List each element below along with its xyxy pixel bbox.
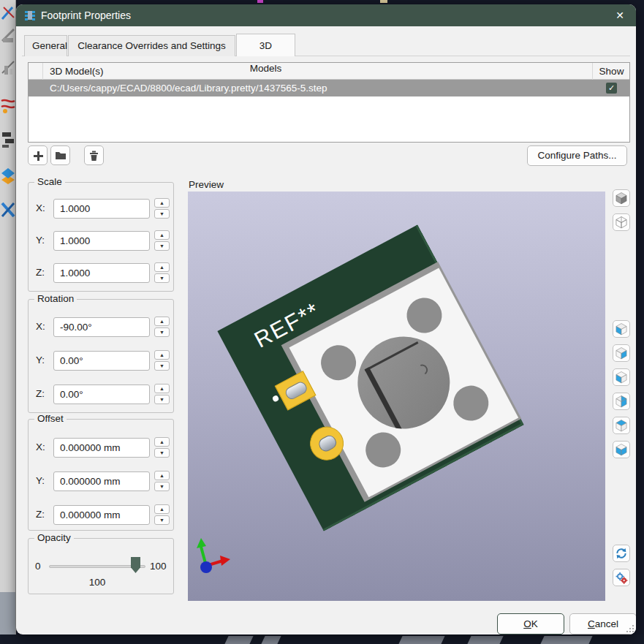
scale-z-label: Z: — [36, 267, 52, 278]
close-icon[interactable]: ✕ — [610, 7, 629, 24]
chevron-down-icon: ▼ — [155, 449, 169, 457]
browse-model-button[interactable] — [50, 145, 70, 165]
rotation-z-label: Z: — [36, 388, 52, 399]
opacity-slider-thumb[interactable] — [131, 557, 140, 573]
chevron-up-icon: ▲ — [155, 471, 169, 480]
view-left-button[interactable] — [613, 320, 630, 338]
rotation-group: Rotation X: ▲ ▼ Y: ▲ ▼ Z: ▲ ▼ — [28, 299, 174, 413]
scale-z-spin-down[interactable]: ▼ — [154, 273, 170, 283]
axis-orientation-gizmo — [195, 537, 236, 580]
chevron-up-icon: ▲ — [155, 317, 169, 325]
rotation-y-input[interactable] — [53, 351, 150, 371]
refresh-icon — [615, 547, 628, 560]
wire-tool-icon[interactable] — [1, 3, 16, 23]
view-right-icon — [614, 346, 629, 360]
tab-general[interactable]: General — [24, 35, 67, 56]
rotation-y-spin-up[interactable]: ▲ — [154, 350, 170, 360]
scale-z-input[interactable] — [53, 263, 150, 283]
rotation-y-spin-down[interactable]: ▼ — [154, 361, 170, 371]
ok-button[interactable]: OK — [497, 613, 564, 634]
view-front-button[interactable] — [613, 368, 630, 386]
tab-clearance-overrides[interactable]: Clearance Overrides and Settings — [68, 35, 235, 56]
delete-model-button[interactable] — [84, 145, 104, 165]
view-top-icon — [614, 418, 629, 433]
show-checkbox[interactable]: ✓ — [606, 83, 617, 94]
offset-y-spin-down[interactable]: ▼ — [154, 482, 170, 491]
offset-z-spin-up[interactable]: ▲ — [154, 504, 170, 514]
offset-x-spin-down[interactable]: ▼ — [154, 448, 170, 458]
offset-y-spin-up[interactable]: ▲ — [154, 471, 170, 480]
scale-x-spin-up[interactable]: ▲ — [154, 198, 170, 208]
offset-group: Offset X: ▲ ▼ Y: ▲ ▼ Z: ▲ ▼ — [28, 419, 174, 531]
routing-tool-icon[interactable] — [1, 96, 16, 117]
rotation-z-spin-down[interactable]: ▼ — [154, 395, 170, 404]
tools-icon[interactable] — [1, 200, 16, 221]
preview-3d-viewport[interactable]: REF** — [188, 192, 605, 601]
view-back-button[interactable] — [613, 393, 630, 410]
model-row[interactable]: C:/Users/cappy/ECAD/8800/ecad/Library.pr… — [29, 80, 629, 96]
chevron-down-icon: ▼ — [155, 328, 169, 336]
chevron-down-icon: ▼ — [155, 210, 169, 218]
background-left-toolbar — [0, 0, 16, 634]
titlebar[interactable]: Footprint Properties ✕ — [16, 4, 636, 26]
view-front-icon — [614, 370, 629, 384]
opacity-group: Opacity 0 100 100 — [28, 538, 174, 594]
footprint-properties-dialog: Footprint Properties ✕ General Clearance… — [16, 4, 636, 634]
layers-tool-icon[interactable] — [1, 165, 16, 186]
chevron-down-icon: ▼ — [155, 516, 169, 524]
offset-x-label: X: — [36, 442, 52, 452]
pcb-board: REF** — [217, 224, 523, 531]
scale-x-spin-down[interactable]: ▼ — [154, 209, 170, 219]
view-top-button[interactable] — [613, 417, 630, 434]
connector-tool-icon[interactable] — [1, 130, 16, 151]
scale-z-spin-up[interactable]: ▲ — [154, 262, 170, 272]
view-back-icon — [614, 394, 629, 409]
offset-y-input[interactable] — [53, 471, 150, 491]
toolbar-shaded-area — [0, 592, 16, 634]
background-canvas-strip — [0, 634, 644, 644]
offset-x-spin-up[interactable]: ▲ — [154, 437, 170, 447]
wireframe-cube-icon — [614, 215, 629, 230]
rotation-z-spin-up[interactable]: ▲ — [154, 384, 170, 393]
scale-legend: Scale — [34, 176, 65, 187]
rotation-z-input[interactable] — [53, 384, 150, 404]
scale-y-label: Y: — [36, 235, 52, 246]
view-right-button[interactable] — [613, 344, 630, 362]
rotation-x-spin-down[interactable]: ▼ — [154, 327, 170, 337]
background-pixel-artifact — [257, 0, 263, 3]
opacity-value: 100 — [75, 577, 119, 588]
scale-group: Scale X: ▲ ▼ Y: ▲ ▼ Z: ▲ ▼ — [28, 182, 174, 292]
rotation-legend: Rotation — [34, 293, 77, 304]
scale-x-input[interactable] — [53, 199, 150, 219]
bench-tool-icon[interactable] — [1, 60, 16, 80]
background-pixel-artifact — [380, 0, 387, 3]
view-left-icon — [614, 322, 629, 336]
chevron-up-icon: ▲ — [155, 384, 169, 393]
preview-settings-button[interactable] — [613, 569, 630, 586]
trash-icon — [89, 151, 99, 161]
add-model-button[interactable] — [28, 145, 48, 165]
offset-z-input[interactable] — [53, 505, 150, 525]
reload-model-button[interactable] — [613, 545, 630, 562]
plus-icon — [33, 151, 43, 161]
switch-metal-cover — [281, 262, 522, 502]
rotation-x-input[interactable] — [53, 317, 150, 337]
configure-paths-button[interactable]: Configure Paths... — [527, 145, 627, 166]
tab-3d-models[interactable]: 3D Models — [236, 34, 295, 56]
chevron-up-icon: ▲ — [155, 199, 169, 207]
solid-cube-button[interactable] — [613, 189, 630, 207]
view-bottom-button[interactable] — [613, 441, 630, 458]
opacity-max-label: 100 — [150, 561, 167, 572]
scale-y-input[interactable] — [53, 231, 150, 251]
rotation-x-spin-up[interactable]: ▲ — [154, 317, 170, 326]
scale-y-spin-up[interactable]: ▲ — [154, 230, 170, 240]
opacity-min-label: 0 — [35, 561, 41, 572]
offset-z-spin-down[interactable]: ▼ — [154, 515, 170, 525]
chevron-up-icon: ▲ — [155, 505, 169, 513]
wireframe-cube-button[interactable] — [613, 213, 630, 231]
offset-x-input[interactable] — [53, 438, 150, 458]
scale-y-spin-down[interactable]: ▼ — [154, 241, 170, 251]
switch-body — [289, 268, 518, 498]
footprint-tool-icon[interactable] — [1, 26, 16, 47]
resize-grip[interactable] — [625, 624, 634, 632]
